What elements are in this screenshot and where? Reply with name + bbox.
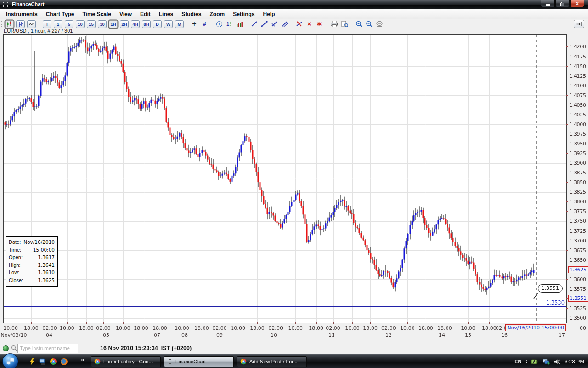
time-tick [468, 322, 469, 324]
zoom-out-button[interactable] [366, 20, 373, 28]
print-button[interactable] [330, 20, 338, 28]
quicklaunch-show-desktop-icon[interactable] [39, 358, 46, 365]
system-tray: EN ‹ [514, 355, 584, 368]
timeframe-button-2h[interactable]: 2H [120, 20, 129, 28]
quicklaunch-chrome-icon[interactable] [50, 358, 57, 365]
price-tick: 1.3975 [566, 131, 586, 137]
menu-zoom[interactable]: Zoom [205, 10, 229, 18]
taskbar-clock[interactable]: 3:23 PM [565, 359, 584, 364]
timeframe-button-d[interactable]: D [153, 20, 162, 28]
quicklaunch-overflow-chevron[interactable]: » [81, 356, 84, 363]
menu-instruments[interactable]: Instruments [2, 10, 42, 18]
support-line-label: 1.3530 [546, 299, 565, 306]
print-preview-button[interactable] [341, 20, 348, 28]
timeframe-button-10[interactable]: 10 [76, 20, 85, 28]
search-icon [11, 345, 17, 351]
quicklaunch-launcher-icon[interactable] [28, 358, 36, 365]
price-tick: 1.3800 [566, 199, 586, 205]
delete-line-tool[interactable] [295, 20, 303, 28]
timeframe-button-1h[interactable]: 1H [109, 20, 118, 28]
time-tick [489, 322, 490, 324]
candlestick-chart-button[interactable] [5, 20, 14, 28]
timeframe-button-15[interactable]: 15 [87, 20, 96, 28]
price-tick: 1.4150 [566, 63, 586, 69]
date-label: 09 [216, 332, 223, 338]
status-bar: 16 Nov 2010 15:23:34 IST (+0200) [0, 342, 588, 354]
menu-settings[interactable]: Settings [229, 10, 259, 18]
delete-all-icon[interactable]: ×× [316, 20, 323, 28]
chrome-icon [241, 359, 247, 365]
time-tick-label: 02:00 [381, 325, 396, 331]
line-chart-button[interactable] [27, 20, 36, 28]
date-label: 15 [465, 332, 471, 338]
price-tick: 1.3600 [566, 276, 586, 282]
zoom-reset-button[interactable] [376, 20, 384, 28]
trendline-ray-tool[interactable] [271, 20, 278, 28]
tray-expand-chevron[interactable]: ‹ [526, 357, 528, 365]
quicklaunch-firefox-icon[interactable] [60, 358, 68, 365]
menu-help[interactable]: Help [259, 10, 279, 18]
minimize-button[interactable] [541, 0, 555, 7]
menu-view[interactable]: View [115, 10, 136, 18]
time-tick-label: 18:00 [418, 325, 433, 331]
instrument-search-input[interactable] [17, 344, 78, 353]
language-indicator[interactable]: EN [514, 359, 521, 364]
financechart-window: FinanceChart × InstrumentsChart TypeTime… [0, 0, 588, 368]
menu-lines[interactable]: Lines [155, 10, 177, 18]
date-label: 17 [559, 332, 565, 338]
time-tick-label: 18:00 [24, 325, 39, 331]
menu-bar: InstrumentsChart TypeTime ScaleViewEditL… [0, 9, 588, 19]
trendline-channel-tool[interactable] [281, 20, 288, 28]
zoom-in-button[interactable] [356, 20, 363, 28]
price-tick: 1.3725 [566, 228, 586, 234]
price-tick: 1.3950 [566, 141, 586, 147]
time-tick-label: 10:00 [116, 325, 130, 331]
info-tool[interactable]: i [215, 20, 223, 28]
timeframe-button-w[interactable]: W [164, 20, 173, 28]
grid-toggle[interactable]: # [201, 20, 208, 28]
timeframe-button-1[interactable]: 1 [54, 20, 62, 28]
price-axis[interactable]: 1.42001.41751.41501.41251.41001.40751.40… [566, 0, 588, 342]
timeframe-button-4h[interactable]: 4H [131, 20, 140, 28]
price-tick: 1.3775 [566, 208, 586, 215]
title-bar[interactable]: FinanceChart × [0, 0, 588, 9]
price-tick: 1.3575 [566, 286, 586, 292]
delete-selected-icon[interactable]: × [305, 20, 313, 28]
timeframe-button-30[interactable]: 30 [98, 20, 107, 28]
time-tick-label: 18:00 [437, 325, 452, 331]
power-icon[interactable] [531, 359, 539, 365]
time-tick-label: 10:00 [3, 325, 18, 331]
timeframe-button-5[interactable]: 5 [65, 20, 74, 28]
ohlc-bar-chart-button[interactable] [16, 20, 25, 28]
menu-time-scale[interactable]: Time Scale [78, 10, 115, 18]
candlestick-canvas[interactable] [4, 34, 566, 323]
time-tick-label: 10:00 [345, 325, 360, 331]
start-button[interactable] [2, 353, 18, 368]
network-icon[interactable] [543, 359, 550, 365]
menu-chart-type[interactable]: Chart Type [42, 10, 79, 18]
trendline-segment-tool[interactable] [260, 20, 268, 28]
task-button-add-new-post-for[interactable]: Add New Post ‹ For... [237, 356, 307, 367]
price-tick: 1.3750 [566, 218, 586, 224]
menu-edit[interactable]: Edit [136, 10, 155, 18]
ohlc-info-box: Date:Nov/16/2010Time:15:00:00Open:1.3617… [6, 236, 58, 287]
toolbar-grip[interactable] [1, 20, 3, 28]
price-tick: 1.4025 [566, 111, 586, 118]
connection-status-icon [3, 345, 9, 351]
price-tick: 1.3825 [566, 189, 586, 196]
date-label: 14 [439, 332, 445, 338]
timeframe-button-m[interactable]: M [175, 20, 184, 28]
taskbar: » Forex Factory - Goo...FinanceChartAdd … [0, 354, 588, 368]
task-button-financechart[interactable]: FinanceChart [164, 356, 234, 367]
chart-plot-area[interactable]: Date:Nov/16/2010Time:15:00:00Open:1.3617… [3, 34, 567, 323]
axis-settings-tool[interactable]: 1 [226, 20, 233, 28]
timeframe-button-t[interactable]: T [43, 20, 51, 28]
volume-tool[interactable] [236, 20, 243, 28]
task-button-forex-factory-goo[interactable]: Forex Factory - Goo... [91, 356, 161, 367]
trendline-tool[interactable] [250, 20, 258, 28]
timeframe-button-8h[interactable]: 8H [142, 20, 151, 28]
time-axis[interactable]: Nov/16/2010 15:00:00 10:0018:0002:0010:0… [4, 322, 566, 341]
crosshair-tool[interactable]: + [191, 20, 198, 28]
volume-icon[interactable] [554, 359, 561, 365]
menu-studies[interactable]: Studies [177, 10, 205, 18]
